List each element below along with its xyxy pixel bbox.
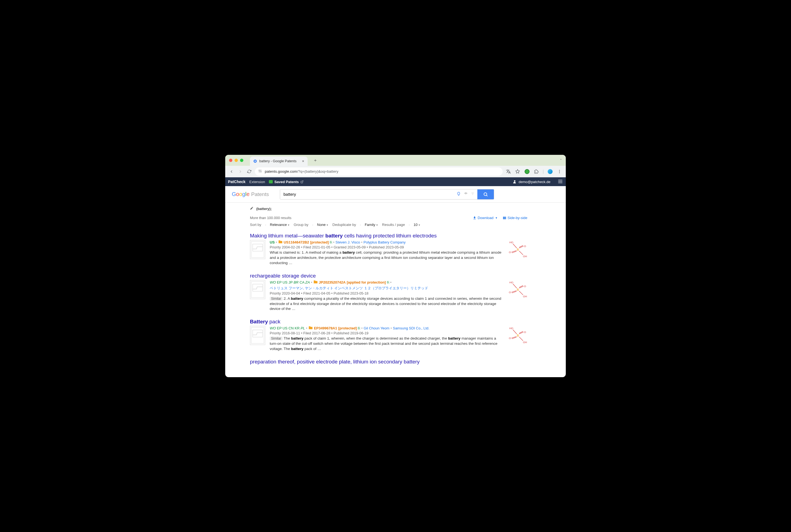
group-label: Group by bbox=[294, 223, 308, 227]
user-icon bbox=[513, 179, 517, 184]
svg-text:HO: HO bbox=[509, 327, 513, 330]
svg-text:O: O bbox=[509, 337, 511, 340]
patents-header: Google Patents bbox=[225, 186, 566, 203]
result-title[interactable]: rechargeable storage device bbox=[250, 273, 527, 279]
svg-text:OH: OH bbox=[523, 255, 527, 258]
svg-line-38 bbox=[512, 291, 517, 293]
country-codes: WO EP US CN KR PL bbox=[270, 326, 305, 330]
search-button[interactable] bbox=[477, 189, 494, 199]
toolbar-right: | bbox=[505, 169, 563, 175]
result-dates: Priority 2020-04-04 • Filed 2021-04-05 •… bbox=[270, 291, 504, 296]
rpp-label: Results / page bbox=[382, 223, 405, 227]
svg-line-53 bbox=[519, 337, 523, 341]
svg-text:O: O bbox=[509, 251, 511, 254]
forward-button[interactable] bbox=[237, 169, 243, 175]
result-dates: Priority 2016-08-11 • Filed 2017-06-28 •… bbox=[270, 331, 504, 335]
patent-id[interactable]: US11646472B2 bbox=[284, 240, 309, 244]
reload-button[interactable] bbox=[246, 169, 252, 175]
result-title[interactable]: Making lithium metal—seawater battery ce… bbox=[250, 233, 527, 239]
pencil-icon bbox=[250, 206, 254, 211]
tabs-dropdown-icon[interactable]: ˅ bbox=[560, 158, 562, 163]
scholar-icon[interactable] bbox=[464, 192, 468, 197]
external-link-icon bbox=[300, 180, 303, 183]
search-result: rechargeable storage device WO EP US JP … bbox=[250, 273, 527, 312]
patcheck-user[interactable]: demo@patcheck.de bbox=[513, 179, 550, 184]
result-thumbnail[interactable] bbox=[250, 280, 265, 299]
group-select[interactable]: None▼ bbox=[317, 223, 329, 227]
sort-select[interactable]: Relevance▼ bbox=[270, 223, 290, 227]
extensions-icon[interactable] bbox=[533, 169, 539, 175]
result-dates: Priority 2004-02-26 • Filed 2021-01-05 •… bbox=[270, 245, 504, 249]
sidebyside-button[interactable]: Side-by-side bbox=[503, 216, 527, 220]
query-edit-line[interactable]: (battery); bbox=[250, 206, 527, 211]
svg-text:S: S bbox=[517, 288, 519, 291]
country-codes: WO EP US JP BR CA ZA bbox=[270, 280, 310, 284]
svg-line-48 bbox=[513, 330, 517, 334]
result-title[interactable]: Battery pack bbox=[250, 319, 527, 325]
result-thumbnail[interactable] bbox=[250, 240, 265, 259]
svg-rect-9 bbox=[503, 216, 504, 219]
svg-text:+: + bbox=[316, 281, 317, 284]
google-patents-logo[interactable]: Google Patents bbox=[232, 191, 269, 197]
result-controls: Sort by· Relevance▼ Group by· None▼ Dedu… bbox=[250, 223, 527, 227]
similar-badge[interactable]: Similar bbox=[270, 297, 282, 301]
tips-icon[interactable] bbox=[457, 192, 461, 197]
saved-patents-link[interactable]: Saved Patents bbox=[269, 180, 303, 184]
svg-text:O: O bbox=[509, 291, 511, 294]
search-bar bbox=[280, 189, 494, 200]
result-snippet: SimilarThe battery pack of claim 1, wher… bbox=[270, 336, 504, 352]
chrome-menu-icon[interactable] bbox=[556, 169, 563, 175]
close-window[interactable] bbox=[229, 159, 232, 162]
bookmark-icon[interactable] bbox=[515, 169, 521, 175]
add-to-folder-icon[interactable]: + bbox=[309, 326, 313, 330]
filters-icon[interactable] bbox=[471, 192, 475, 197]
result-snippet: What is claimed is: 1. A method of makin… bbox=[270, 250, 504, 266]
titlebar: battery - Google Patents × ＋ ˅ bbox=[225, 155, 566, 166]
svg-point-5 bbox=[559, 171, 560, 172]
patcheck-menu-icon[interactable] bbox=[557, 179, 563, 185]
site-settings-icon[interactable] bbox=[258, 169, 262, 174]
svg-point-1 bbox=[255, 160, 256, 162]
download-button[interactable]: Download ▼ bbox=[473, 216, 498, 220]
svg-point-4 bbox=[559, 170, 560, 171]
results-area: (battery); More than 100.000 results Dow… bbox=[225, 203, 566, 377]
svg-rect-11 bbox=[505, 216, 506, 219]
chem-structure-icon: HO O O OH S bbox=[508, 240, 527, 259]
rpp-select[interactable]: 10▼ bbox=[413, 223, 421, 227]
extension-patcheck-icon[interactable] bbox=[524, 169, 530, 175]
status-badge: [applied for protection] bbox=[347, 280, 386, 284]
add-to-folder-icon[interactable]: + bbox=[313, 280, 318, 285]
svg-text:+: + bbox=[281, 241, 282, 244]
patcheck-ext-label: Extension bbox=[250, 180, 265, 184]
patent-id[interactable]: EP3499678A1 bbox=[314, 326, 337, 330]
profile-icon[interactable] bbox=[547, 169, 553, 175]
search-result: Battery pack WO EP US CN KR PL • + EP349… bbox=[250, 319, 527, 352]
svg-text:O: O bbox=[524, 245, 526, 248]
status-badge: [protected] bbox=[338, 326, 357, 330]
svg-text:HO: HO bbox=[509, 241, 513, 244]
patent-id[interactable]: JP2023520742A bbox=[319, 280, 346, 284]
svg-text:+: + bbox=[311, 327, 313, 330]
dedup-select[interactable]: Family▼ bbox=[365, 223, 378, 227]
next-result-title[interactable]: preparation thereof, positive electrode … bbox=[250, 359, 527, 365]
back-button[interactable] bbox=[228, 169, 235, 175]
similar-badge[interactable]: Similar bbox=[270, 337, 282, 340]
chem-structure-icon: HO O O OH S bbox=[508, 280, 527, 299]
add-to-folder-icon[interactable]: + bbox=[278, 240, 282, 245]
translate-icon[interactable] bbox=[505, 169, 511, 175]
url-bar[interactable]: patents.google.com/?q=(battery)&oq=batte… bbox=[255, 168, 503, 176]
new-tab-button[interactable]: ＋ bbox=[313, 157, 318, 163]
tab-close-icon[interactable]: × bbox=[302, 159, 304, 163]
svg-line-52 bbox=[512, 337, 517, 339]
minimize-window[interactable] bbox=[235, 159, 238, 162]
folder-icon bbox=[269, 180, 273, 183]
browser-window: battery - Google Patents × ＋ ˅ patents.g… bbox=[225, 155, 566, 377]
browser-tab[interactable]: battery - Google Patents × bbox=[250, 156, 308, 166]
svg-line-25 bbox=[519, 251, 523, 255]
maximize-window[interactable] bbox=[240, 159, 243, 162]
status-badge: [protected] bbox=[310, 240, 329, 244]
svg-text:HO: HO bbox=[509, 281, 513, 284]
svg-line-34 bbox=[513, 284, 517, 288]
result-thumbnail[interactable] bbox=[250, 326, 265, 345]
search-input[interactable] bbox=[280, 189, 454, 199]
